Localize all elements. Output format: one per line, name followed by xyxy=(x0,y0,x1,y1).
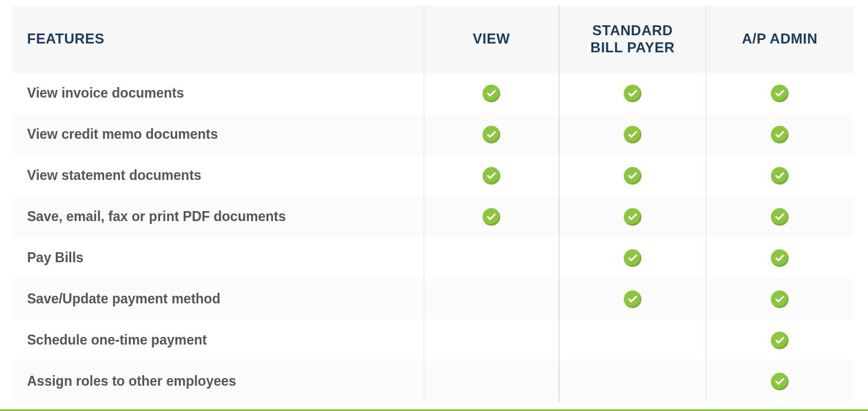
feature-cell xyxy=(424,155,559,196)
feature-cell xyxy=(424,238,559,279)
check-icon xyxy=(771,290,789,308)
features-table: FEATURES VIEW STANDARD BILL PAYER A/P AD… xyxy=(12,6,856,402)
feature-cell xyxy=(706,320,853,361)
feature-cell xyxy=(706,196,853,238)
feature-cell xyxy=(424,196,559,238)
check-icon xyxy=(771,373,789,390)
feature-cell xyxy=(424,114,559,155)
check-icon xyxy=(624,290,641,308)
feature-cell xyxy=(424,279,559,320)
feature-cell xyxy=(424,361,559,402)
feature-cell xyxy=(559,196,706,238)
check-icon xyxy=(771,332,789,349)
feature-label: View statement documents xyxy=(12,155,424,196)
feature-label: Pay Bills xyxy=(12,238,424,279)
feature-cell xyxy=(559,279,706,320)
feature-cell xyxy=(706,279,853,320)
feature-cell xyxy=(559,155,706,196)
check-icon xyxy=(771,85,789,102)
col-header-standard-bill-payer: STANDARD BILL PAYER xyxy=(559,6,706,73)
col-header-view: VIEW xyxy=(424,6,559,73)
check-icon xyxy=(624,85,641,102)
feature-cell xyxy=(706,73,853,114)
check-icon xyxy=(624,126,641,143)
check-icon xyxy=(483,167,500,185)
feature-cell xyxy=(559,361,706,402)
check-icon xyxy=(624,208,641,226)
check-icon xyxy=(483,126,500,143)
check-icon xyxy=(771,126,789,143)
feature-cell xyxy=(559,73,706,114)
feature-cell xyxy=(559,114,706,155)
feature-cell xyxy=(706,238,853,279)
col-header-features: FEATURES xyxy=(12,6,424,73)
feature-label: Schedule one-time payment xyxy=(12,320,424,361)
feature-label: Save, email, fax or print PDF documents xyxy=(12,196,424,238)
check-icon xyxy=(771,249,789,267)
feature-label: View credit memo documents xyxy=(12,114,424,155)
feature-cell xyxy=(424,320,559,361)
feature-cell xyxy=(424,73,559,114)
col-header-ap-admin: A/P ADMIN xyxy=(706,6,853,73)
feature-cell xyxy=(559,320,706,361)
check-icon xyxy=(483,85,500,102)
check-icon xyxy=(771,167,789,185)
feature-cell xyxy=(706,155,853,196)
feature-cell xyxy=(706,361,853,402)
feature-label: View invoice documents xyxy=(12,73,424,114)
check-icon xyxy=(624,249,641,267)
feature-cell xyxy=(559,238,706,279)
check-icon xyxy=(771,208,789,226)
feature-label: Assign roles to other employees xyxy=(12,361,424,402)
check-icon xyxy=(624,167,641,185)
feature-cell xyxy=(706,114,853,155)
check-icon xyxy=(483,208,500,226)
feature-label: Save/Update payment method xyxy=(12,279,424,320)
